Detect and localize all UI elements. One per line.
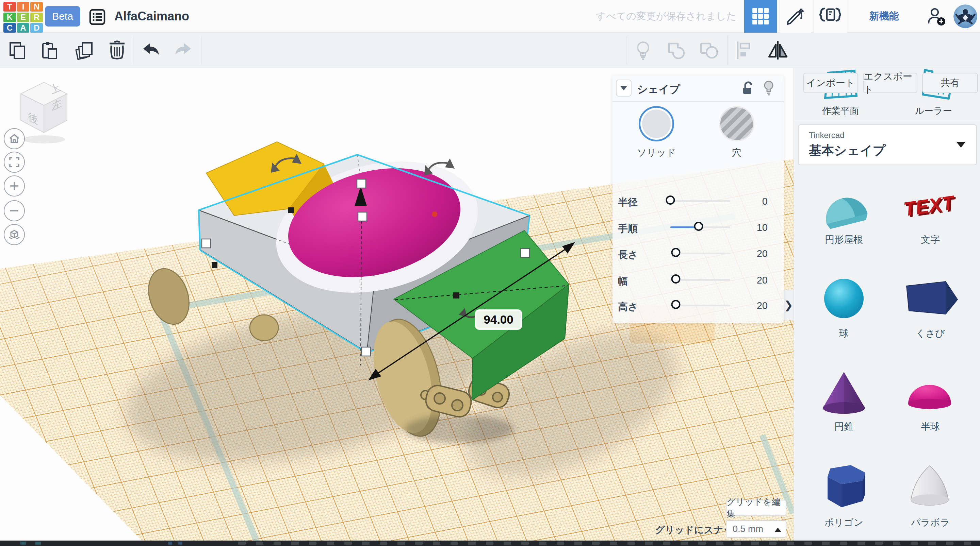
width-slider[interactable] (670, 279, 730, 281)
length-slider[interactable] (670, 252, 730, 254)
shape-label: 半球 (888, 420, 973, 433)
slider-value: 20 (742, 248, 768, 259)
edge-handle[interactable] (453, 292, 460, 298)
slider-handle[interactable] (694, 222, 703, 231)
slider-handle[interactable] (671, 275, 680, 284)
dimension-value: 94.00 (484, 313, 514, 326)
radius-slider[interactable] (670, 200, 730, 202)
hole-swatch (719, 106, 754, 141)
delete-button[interactable] (106, 40, 128, 61)
group-button[interactable] (666, 40, 687, 61)
copy-button[interactable] (6, 40, 28, 61)
sidebar-collapse-tab[interactable]: ❯ (783, 290, 794, 320)
zoom-out-button[interactable] (4, 200, 25, 221)
lightbulb-icon (635, 40, 652, 60)
show-all-button[interactable] (632, 40, 654, 61)
chevron-down-icon (956, 142, 966, 148)
share-button[interactable]: 共有 (922, 73, 978, 93)
shape-sphere[interactable]: 球 (801, 274, 886, 340)
edge-handle[interactable] (288, 207, 294, 213)
material-options: ソリッド 穴 (612, 106, 784, 174)
slider-label: 幅 (618, 275, 628, 288)
lightbulb-icon[interactable] (763, 80, 775, 96)
shape-paraboloid[interactable]: パラボラ (888, 460, 973, 529)
mirror-button[interactable] (767, 40, 789, 61)
paste-button[interactable] (38, 40, 60, 61)
edge-handle[interactable] (212, 262, 218, 268)
shape-roundroof[interactable]: 円形屋根 (801, 180, 886, 246)
dome-point-marker (432, 211, 437, 217)
steps-slider[interactable] (670, 227, 730, 228)
inspector-collapse-button[interactable] (616, 79, 632, 97)
slider-value: 10 (742, 222, 768, 233)
solid-swatch (639, 106, 674, 141)
ruler-label: ルーラー (887, 105, 980, 117)
toolbar: インポート エクスポート 共有 (0, 33, 980, 68)
project-menu-button[interactable] (89, 9, 105, 25)
profile-avatar[interactable] (953, 5, 977, 28)
fit-view-button[interactable] (4, 152, 25, 173)
shape-wedge[interactable]: くさび (888, 274, 973, 340)
banner-fragment (168, 541, 172, 544)
design-title[interactable]: AlfaCaimano (115, 0, 189, 33)
tinkercad-logo[interactable]: T I N K E R C A D (3, 2, 43, 30)
toolbar-divider (727, 36, 727, 65)
grid-3x3-icon (752, 8, 769, 24)
roundroof-icon (811, 180, 876, 231)
shape-cone[interactable]: 円錐 (801, 367, 886, 433)
shapes-sidebar: 作業平面 ルーラー Tinkercad 基本シェイプ 円形屋 (794, 68, 980, 546)
slider-handle[interactable] (671, 248, 680, 257)
slider-row-radius: 半径 0 (612, 194, 784, 208)
shape-label: 球 (801, 327, 886, 340)
slider-handle[interactable] (671, 300, 680, 309)
shape-polygon[interactable]: ポリゴン (801, 460, 886, 529)
chevron-right-icon: ❯ (784, 298, 793, 311)
solid-option[interactable]: ソリッド (634, 106, 679, 159)
logo-tile: N (30, 2, 43, 11)
import-button[interactable]: インポート (803, 73, 858, 93)
export-button[interactable]: エクスポート (863, 73, 917, 93)
codeblocks-icon (819, 6, 841, 26)
unlock-icon[interactable] (741, 81, 755, 96)
hole-option[interactable]: 穴 (714, 106, 759, 159)
home-view-button[interactable] (4, 128, 25, 149)
perspective-toggle-button[interactable] (4, 224, 25, 245)
add-person-icon (927, 6, 946, 26)
view-3d-button[interactable] (744, 0, 777, 33)
shape-label: ポリゴン (801, 516, 886, 529)
zoom-in-button[interactable] (4, 175, 25, 197)
home-icon (8, 133, 20, 144)
duplicate-button[interactable] (73, 40, 95, 61)
wedge-icon (898, 274, 963, 325)
redo-button[interactable] (172, 40, 194, 61)
undo-button[interactable] (140, 40, 162, 61)
polygon-prism-icon (811, 460, 876, 514)
invite-button[interactable] (924, 0, 949, 33)
align-button[interactable] (733, 40, 756, 61)
slider-value: 20 (742, 300, 768, 311)
codeblocks-button[interactable] (813, 0, 847, 33)
snap-value-select[interactable]: 0.5 mm (726, 520, 786, 538)
duplicate-icon (74, 40, 95, 60)
logo-tile: T (3, 2, 16, 11)
mirror-icon (767, 40, 789, 60)
banner-fragment (178, 541, 182, 544)
hole-label: 穴 (714, 146, 759, 159)
banner-text-fragment (238, 541, 980, 544)
trash-icon (108, 40, 127, 60)
ungroup-button[interactable] (698, 40, 720, 61)
whats-new-link[interactable]: 新機能 (865, 0, 903, 33)
logo-tile: D (30, 23, 43, 33)
shape-hemisphere[interactable]: 半球 (888, 367, 973, 433)
height-slider[interactable] (670, 305, 730, 306)
undo-icon (141, 42, 161, 59)
logo-tile: I (17, 2, 30, 11)
shape-library-select[interactable]: Tinkercad 基本シェイプ (798, 124, 977, 165)
edit-grid-button[interactable]: グリッドを編集 (726, 500, 786, 516)
minecraft-export-button[interactable] (779, 0, 811, 33)
shape-text[interactable]: TEXT TEXT 文字 (888, 180, 973, 246)
slider-handle[interactable] (666, 195, 675, 205)
header: T I N K E R C A D Beta AlfaCaimano すべての変… (0, 0, 980, 33)
viewport-3d[interactable]: 94.00 (0, 68, 794, 546)
hemisphere-icon (898, 367, 963, 418)
